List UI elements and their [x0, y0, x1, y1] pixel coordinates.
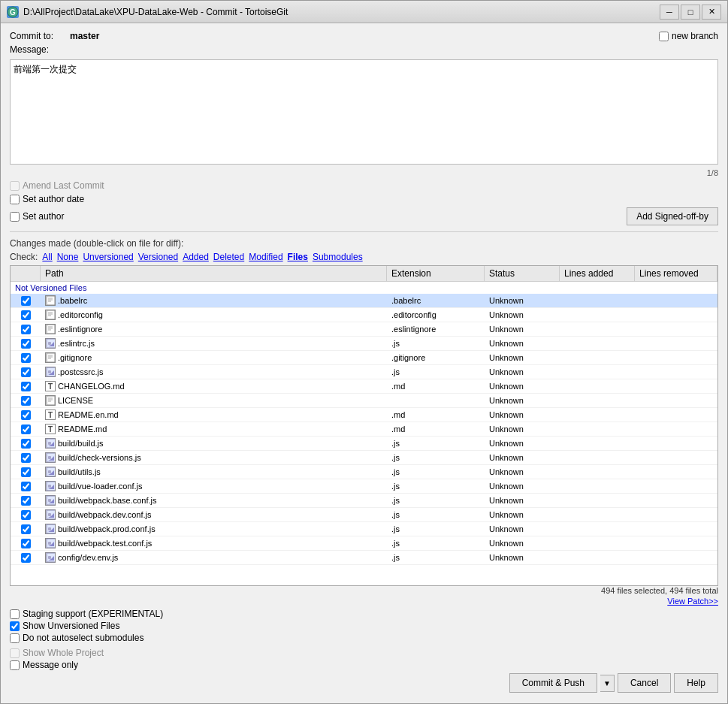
file-checkbox[interactable] [21, 496, 31, 506]
message-only-checkbox[interactable] [10, 660, 20, 670]
file-extension: .js [387, 451, 485, 464]
file-checkbox[interactable] [21, 482, 31, 491]
file-checkbox[interactable] [21, 310, 31, 320]
file-lines-removed [635, 408, 717, 421]
commit-push-dropdown[interactable]: ▼ [600, 675, 615, 692]
amend-row: Amend Last Commit [10, 180, 718, 191]
file-checkbox[interactable] [21, 353, 31, 363]
check-modified[interactable]: Modified [249, 252, 282, 262]
check-versioned[interactable]: Versioned [138, 252, 178, 262]
table-row[interactable]: .gitignore.gitignoreUnknown [11, 351, 717, 365]
svg-rect-29 [48, 442, 51, 445]
check-all[interactable]: All [42, 252, 52, 262]
file-checkbox[interactable] [21, 453, 31, 463]
table-row[interactable]: TREADME.en.md.mdUnknown [11, 408, 717, 422]
file-checkbox[interactable] [21, 439, 31, 449]
show-whole-row: Show Whole Project [10, 648, 718, 658]
check-added[interactable]: Added [183, 252, 209, 262]
table-row[interactable]: .postcssrc.js.jsUnknown [11, 365, 717, 379]
close-button[interactable]: ✕ [702, 5, 721, 20]
file-lines-removed [635, 337, 717, 350]
table-row[interactable]: .babelrc.babelrcUnknown [11, 294, 717, 308]
file-checkbox[interactable] [21, 325, 31, 334]
no-autoselect-row: Do not autoselect submodules [10, 633, 718, 643]
file-status: Unknown [485, 322, 560, 336]
table-row[interactable]: build/build.js.jsUnknown [11, 437, 717, 451]
add-signoff-button[interactable]: Add Signed-off-by [627, 207, 718, 225]
no-autoselect-checkbox[interactable] [10, 633, 20, 643]
table-row[interactable]: build/utils.js.jsUnknown [11, 465, 717, 479]
author-date-checkbox[interactable] [10, 195, 20, 204]
table-row[interactable]: build/webpack.prod.conf.js.jsUnknown [11, 522, 717, 536]
file-path: build/webpack.test.conf.js [41, 536, 387, 550]
table-row[interactable]: build/check-versions.js.jsUnknown [11, 451, 717, 465]
file-extension: .js [387, 479, 485, 493]
file-checkbox[interactable] [21, 425, 31, 434]
file-status: Unknown [485, 422, 560, 436]
amend-checkbox[interactable] [10, 181, 20, 191]
help-button[interactable]: Help [674, 673, 718, 693]
file-extension [387, 394, 485, 407]
file-checkbox[interactable] [21, 553, 31, 563]
maximize-button[interactable]: □ [681, 5, 700, 20]
file-checkbox[interactable] [21, 539, 31, 548]
files-count: 494 files selected, 494 files total [10, 586, 718, 595]
file-checkbox[interactable] [21, 410, 31, 420]
file-lines-removed [635, 322, 717, 336]
table-row[interactable]: TREADME.md.mdUnknown [11, 422, 717, 437]
new-branch-checkbox[interactable] [659, 32, 669, 41]
table-row[interactable]: config/dev.env.js.jsUnknown [11, 551, 717, 565]
file-checkbox[interactable] [21, 524, 31, 534]
file-status: Unknown [485, 294, 560, 307]
file-checkbox[interactable] [21, 367, 31, 377]
svg-rect-44 [48, 513, 51, 516]
table-row[interactable]: build/webpack.test.conf.js.jsUnknown [11, 536, 717, 551]
show-whole-checkbox[interactable] [10, 648, 20, 658]
file-lines-added [560, 322, 635, 336]
check-none[interactable]: None [57, 252, 79, 262]
table-row[interactable]: build/vue-loader.conf.js.jsUnknown [11, 479, 717, 494]
file-lines-removed [635, 422, 717, 436]
file-lines-removed [635, 479, 717, 493]
file-table-body[interactable]: Not Versioned Files.babelrc.babelrcUnkno… [11, 282, 717, 585]
check-deleted[interactable]: Deleted [213, 252, 244, 262]
check-unversioned[interactable]: Unversioned [83, 252, 133, 262]
file-lines-added [560, 508, 635, 521]
file-checkbox[interactable] [21, 510, 31, 520]
file-lines-added [560, 451, 635, 464]
minimize-button[interactable]: ─ [660, 5, 679, 20]
show-unversioned-checkbox[interactable] [10, 621, 20, 631]
file-checkbox[interactable] [21, 296, 31, 306]
col-status: Status [485, 266, 560, 281]
file-status: Unknown [485, 337, 560, 350]
file-checkbox[interactable] [21, 339, 31, 349]
file-status: Unknown [485, 508, 560, 521]
check-submodules[interactable]: Submodules [313, 252, 363, 262]
title-bar: G D:\AllProject\DataLake\XPU-DataLake-We… [1, 1, 727, 23]
table-row[interactable]: .eslintrc.js.jsUnknown [11, 337, 717, 351]
table-row[interactable]: .eslintignore.eslintignoreUnknown [11, 322, 717, 337]
table-row[interactable]: build/webpack.base.conf.js.jsUnknown [11, 494, 717, 508]
svg-rect-41 [48, 499, 51, 502]
check-row: Check: All None Unversioned Versioned Ad… [10, 252, 718, 262]
view-patch-link[interactable]: View Patch>> [10, 597, 718, 606]
window-title: D:\AllProject\DataLake\XPU-DataLake-Web … [23, 7, 660, 17]
cancel-button[interactable]: Cancel [618, 673, 671, 693]
author-label: Set author [23, 211, 64, 222]
message-textarea[interactable]: 前端第一次提交 [10, 59, 718, 165]
staging-checkbox[interactable] [10, 609, 20, 619]
author-checkbox[interactable] [10, 212, 20, 222]
file-checkbox[interactable] [21, 467, 31, 477]
file-checkbox[interactable] [21, 396, 31, 406]
file-path: config/dev.env.js [41, 551, 387, 564]
table-row[interactable]: build/webpack.dev.conf.js.jsUnknown [11, 508, 717, 522]
table-row[interactable]: .editorconfig.editorconfigUnknown [11, 308, 717, 322]
section-header: Not Versioned Files [11, 282, 717, 294]
file-path: build/webpack.dev.conf.js [41, 508, 387, 521]
check-files[interactable]: Files [288, 252, 308, 262]
file-checkbox[interactable] [21, 382, 31, 391]
svg-rect-17 [47, 353, 55, 362]
table-row[interactable]: TCHANGELOG.md.mdUnknown [11, 379, 717, 394]
commit-push-button[interactable]: Commit & Push [509, 673, 597, 693]
table-row[interactable]: LICENSEUnknown [11, 394, 717, 408]
